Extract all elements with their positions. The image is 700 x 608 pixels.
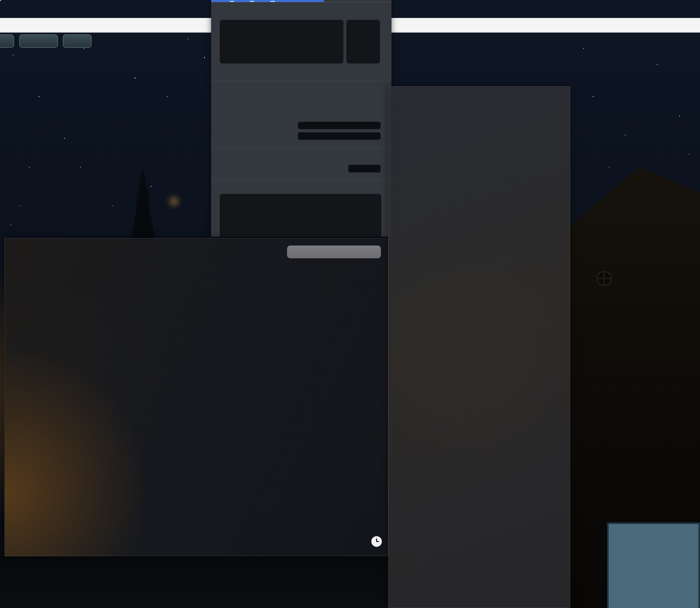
round-window: [597, 271, 612, 286]
hide-this-sensor-button[interactable]: [287, 246, 381, 258]
network-graph: [220, 194, 381, 237]
istat-cpu-popover: [211, 0, 391, 237]
clock-icon[interactable]: [371, 536, 382, 547]
memory-bar: [298, 132, 381, 140]
ground: [0, 554, 416, 608]
temperature-chart-plot: [43, 269, 382, 522]
cpu-history-graph: [220, 20, 344, 63]
pressure-bar: [298, 122, 381, 129]
cpu-core-bars-graph: [346, 20, 380, 63]
sound-button[interactable]: [19, 34, 58, 48]
disk-bar: [348, 165, 381, 172]
quality-button[interactable]: [0, 34, 14, 48]
tree-silhouette: [131, 176, 155, 240]
lantern-light: [169, 196, 179, 206]
screen: [0, 0, 700, 608]
benchmark-stats-overlay: [607, 522, 700, 608]
quit-button[interactable]: [63, 34, 92, 48]
istat-sensors-panel: [388, 86, 570, 608]
sensor-history-panel: [4, 238, 388, 556]
